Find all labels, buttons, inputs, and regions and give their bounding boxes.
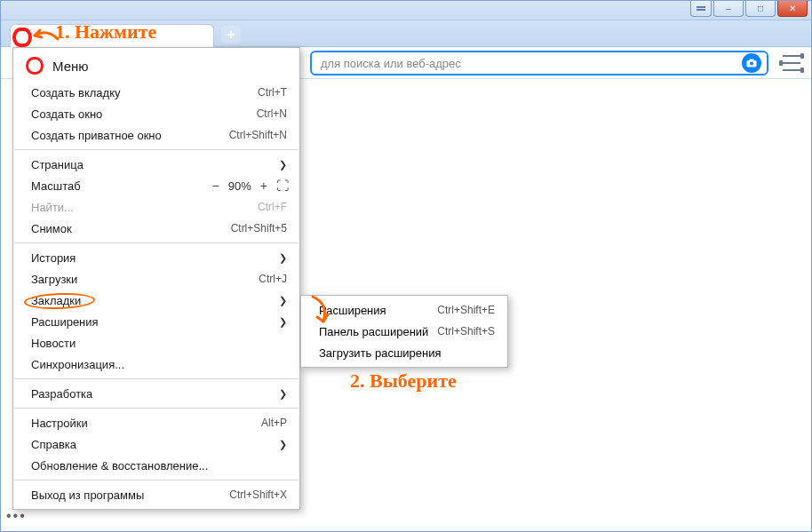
menu-news[interactable]: Новости (13, 332, 299, 353)
pin-icon (696, 4, 706, 13)
menu-item-label: Найти... (31, 201, 258, 214)
window-maximize-button[interactable]: □ (745, 1, 776, 17)
menu-separator (14, 378, 299, 379)
menu-item-label: Загрузить расширения (319, 346, 495, 360)
chevron-right-icon: ❯ (276, 316, 287, 328)
opera-logo-annotation (12, 28, 32, 47)
window-pin-button[interactable] (690, 1, 712, 17)
zoom-in-button[interactable]: + (260, 179, 267, 193)
menu-new-window[interactable]: Создать окно Ctrl+N (13, 103, 299, 124)
annotation-text-1: 1. Нажмите (55, 20, 156, 44)
menu-separator (14, 242, 299, 243)
menu-separator (14, 149, 299, 150)
slider-icon (783, 55, 800, 57)
window-minimize-button[interactable]: – (713, 1, 744, 17)
menu-new-private-window[interactable]: Создать приватное окно Ctrl+Shift+N (13, 124, 299, 146)
fullscreen-button[interactable]: ⛶ (276, 179, 287, 193)
menu-item-label: Создать вкладку (31, 86, 258, 99)
window-close-button[interactable]: ✕ (777, 1, 808, 17)
menu-item-shortcut: Ctrl+Shift+S (437, 325, 495, 337)
slider-icon (783, 69, 800, 71)
menu-help[interactable]: Справка ❯ (13, 433, 299, 455)
menu-item-shortcut: Ctrl+T (258, 86, 287, 99)
address-placeholder: для поиска или веб-адрес (321, 57, 461, 70)
maximize-icon: □ (758, 4, 763, 13)
menu-separator (14, 480, 299, 480)
menu-sync[interactable]: Синхронизация... (13, 353, 299, 375)
camera-icon (746, 59, 757, 67)
menu-title: Меню (52, 59, 89, 74)
zoom-value: 90% (228, 179, 251, 193)
menu-item-label: Разработка (31, 387, 269, 401)
menu-item-label: Обновление & восстановление... (31, 459, 287, 472)
annotation-text-2: 2. Выберите (350, 369, 457, 393)
menu-item-shortcut: Ctrl+N (257, 107, 287, 120)
slider-icon (783, 62, 800, 64)
menu-item-shortcut: Ctrl+F (258, 201, 287, 213)
menu-item-label: Синхронизация... (31, 358, 287, 371)
menu-item-label: Загрузки (31, 273, 259, 286)
menu-item-label: Настройки (31, 417, 261, 430)
menu-item-label: Масштаб (31, 179, 212, 193)
zoom-controls: − 90% + ⛶ (212, 179, 287, 193)
close-icon: ✕ (789, 4, 796, 13)
menu-item-shortcut: Ctrl+Shift+N (229, 129, 287, 141)
chevron-right-icon: ❯ (276, 388, 287, 400)
menu-extensions[interactable]: Расширения ❯ (13, 311, 299, 332)
chevron-right-icon: ❯ (276, 159, 287, 171)
menu-item-label: Выход из программы (31, 488, 229, 502)
menu-item-label: Справка (31, 438, 269, 451)
menu-exit[interactable]: Выход из программы Ctrl+Shift+X (13, 484, 299, 505)
opera-logo-icon (26, 57, 44, 75)
menu-item-label: Создать окно (31, 107, 257, 121)
menu-new-tab[interactable]: Создать вкладку Ctrl+T (13, 82, 299, 103)
menu-settings[interactable]: Настройки Alt+P (13, 412, 299, 433)
menu-item-shortcut: Alt+P (261, 417, 287, 429)
chevron-right-icon: ❯ (276, 439, 287, 450)
snapshot-button[interactable] (742, 53, 761, 73)
menu-item-label: Страница (31, 158, 269, 171)
menu-item-label: Снимок (31, 222, 231, 235)
menu-update-recovery[interactable]: Обновление & восстановление... (13, 455, 299, 476)
chevron-right-icon: ❯ (276, 295, 287, 306)
menu-zoom[interactable]: Масштаб − 90% + ⛶ (13, 175, 299, 196)
svg-rect-2 (750, 60, 754, 61)
menu-item-shortcut: Ctrl+Shift+5 (231, 222, 287, 234)
menu-title-row: Меню (13, 52, 299, 82)
chevron-right-icon: ❯ (276, 252, 287, 264)
menu-item-label: Создать приватное окно (31, 129, 229, 142)
menu-page[interactable]: Страница ❯ (13, 154, 299, 175)
menu-item-label: Расширения (31, 315, 269, 329)
menu-find: Найти... Ctrl+F (13, 196, 299, 218)
menu-snapshot[interactable]: Снимок Ctrl+Shift+5 (13, 218, 299, 239)
new-tab-button[interactable]: + (221, 26, 241, 44)
menu-history[interactable]: История ❯ (13, 247, 299, 268)
menu-item-shortcut: Ctrl+Shift+E (437, 304, 495, 316)
menu-item-shortcut: Ctrl+J (259, 273, 287, 285)
window-titlebar: – □ ✕ (1, 1, 811, 20)
svg-point-1 (750, 62, 753, 66)
menu-item-label: Новости (31, 337, 287, 350)
menu-item-label: История (31, 251, 269, 265)
main-menu: Меню Создать вкладку Ctrl+T Создать окно… (12, 47, 300, 510)
menu-developer[interactable]: Разработка ❯ (13, 383, 299, 404)
minimize-icon: – (726, 4, 731, 13)
sidebar-toggle[interactable]: ••• (6, 508, 27, 524)
address-bar[interactable]: для поиска или веб-адрес (310, 51, 768, 75)
plus-icon: + (227, 27, 235, 43)
menu-separator (14, 408, 299, 409)
easy-setup-button[interactable] (783, 55, 800, 71)
menu-downloads[interactable]: Загрузки Ctrl+J (13, 268, 299, 290)
arrow-annotation-2 (304, 291, 339, 348)
menu-item-shortcut: Ctrl+Shift+X (229, 488, 287, 501)
zoom-out-button[interactable]: − (212, 179, 219, 193)
